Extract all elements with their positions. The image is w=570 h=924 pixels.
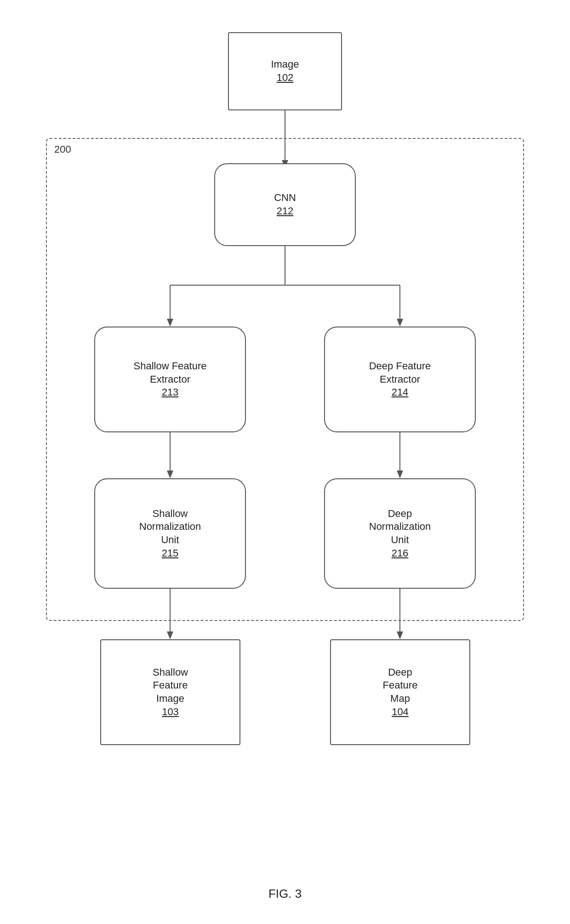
shallow-norm-label: ShallowNormalizationUnit [139, 507, 201, 547]
shallow-norm-node: ShallowNormalizationUnit 215 [94, 478, 246, 589]
svg-marker-15 [397, 631, 403, 639]
shallow-norm-number: 215 [162, 547, 179, 560]
cnn-number: 212 [277, 205, 294, 218]
figure-label: FIG. 3 [0, 887, 570, 901]
image-number: 102 [277, 71, 294, 85]
deep-norm-label: DeepNormalizationUnit [369, 507, 431, 547]
cnn-label: CNN [274, 191, 296, 205]
diagram: 200 Image 102 CNN 212 Shallow FeatureExt… [0, 0, 570, 924]
image-node: Image 102 [228, 32, 342, 110]
deep-norm-node: DeepNormalizationUnit 216 [324, 478, 476, 589]
cnn-node: CNN 212 [214, 163, 356, 246]
deep-feature-map-label: DeepFeatureMap [383, 666, 418, 706]
shallow-feature-image-label: ShallowFeatureImage [153, 666, 188, 706]
image-label: Image [271, 58, 299, 71]
deep-norm-number: 216 [392, 547, 409, 560]
svg-marker-13 [167, 631, 173, 639]
deep-extractor-node: Deep FeatureExtractor 214 [324, 327, 476, 432]
shallow-extractor-label: Shallow FeatureExtractor [134, 360, 207, 386]
dashed-container-label: 200 [54, 143, 71, 155]
shallow-extractor-node: Shallow FeatureExtractor 213 [94, 327, 246, 432]
deep-feature-map-node: DeepFeatureMap 104 [330, 639, 470, 745]
deep-extractor-number: 214 [392, 386, 409, 399]
shallow-extractor-number: 213 [162, 386, 179, 399]
shallow-feature-image-number: 103 [162, 706, 179, 719]
deep-extractor-label: Deep FeatureExtractor [369, 360, 431, 386]
deep-feature-map-number: 104 [392, 706, 409, 719]
shallow-feature-image-node: ShallowFeatureImage 103 [100, 639, 240, 745]
